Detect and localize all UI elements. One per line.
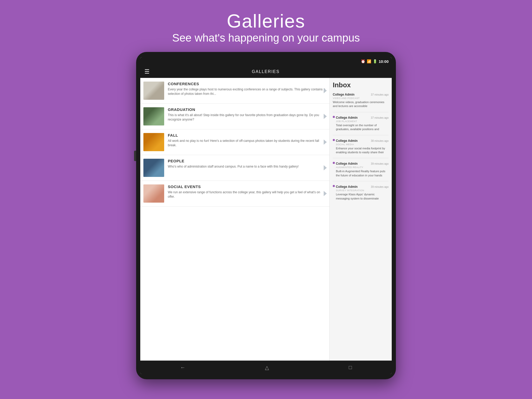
gallery-title-social-events: SOCIAL EVENTS [168, 184, 326, 189]
battery-icon: 🔋 [373, 59, 377, 63]
unread-dot-1 [333, 116, 335, 118]
home-button[interactable]: △ [260, 362, 274, 373]
inbox-item-row-0: College Admin 37 minutes ago VIDEO AND P… [333, 93, 389, 108]
inbox-time-1: 37 minutes ago [371, 116, 389, 119]
inbox-sender-0: College Admin [333, 93, 355, 96]
status-icons: ⏰ 📶 🔋 10:00 [361, 59, 389, 64]
gallery-item-people[interactable]: PEOPLE Who's who of administration staff… [140, 155, 329, 181]
page-title: Galleries [172, 10, 360, 32]
gallery-item-graduation[interactable]: GRADUATION This is what it's all about! … [140, 104, 329, 129]
gallery-arrow-social-events [324, 191, 327, 196]
gallery-title-fall: FALL [168, 133, 326, 137]
status-time: 10:00 [379, 59, 389, 64]
gallery-info-graduation: GRADUATION This is what it's all about! … [168, 107, 326, 122]
gallery-info-fall: FALL All work and no play is no fun! Her… [168, 133, 326, 148]
tablet-device: ⏰ 📶 🔋 10:00 ☰ GALLERIES CONFERENCES Ever… [136, 52, 396, 379]
inbox-sender-2: College Admin [336, 139, 358, 143]
inbox-preview-1: Total oversight on the number of graduat… [336, 123, 389, 131]
gallery-desc-people: Who's who of administration staff around… [168, 164, 326, 169]
inbox-preview-4: Leverage Klass Apps' dynamic messaging s… [336, 192, 389, 201]
inbox-preview-3: Built-in Augmented Reality feature puts … [336, 169, 389, 177]
inbox-category-2: SOCIAL MEDIA [336, 143, 389, 146]
gallery-title-graduation: GRADUATION [168, 107, 326, 112]
inbox-item-content-2: College Admin 38 minutes ago SOCIAL MEDI… [336, 139, 389, 155]
gallery-list: CONFERENCES Every year the college plays… [140, 78, 329, 361]
nav-bar: ← △ □ [140, 361, 392, 374]
unread-dot-4 [333, 185, 335, 187]
inbox-item-4[interactable]: College Admin 39 minutes ago SURVEY INTE… [333, 185, 389, 204]
inbox-item-1[interactable]: College Admin 37 minutes ago JOB PLACEME… [333, 116, 389, 135]
inbox-time-2: 38 minutes ago [371, 139, 389, 142]
inbox-item-2[interactable]: College Admin 38 minutes ago SOCIAL MEDI… [333, 139, 389, 158]
gallery-title-people: PEOPLE [168, 159, 326, 163]
page-subtitle: See what's happening on your campus [172, 32, 360, 44]
inbox-time-0: 37 minutes ago [371, 93, 389, 96]
page-header: Galleries See what's happening on your c… [172, 10, 360, 44]
gallery-info-people: PEOPLE Who's who of administration staff… [168, 159, 326, 169]
gallery-item-fall[interactable]: FALL All work and no play is no fun! Her… [140, 129, 329, 155]
gallery-info-social-events: SOCIAL EVENTS We run an extensive range … [168, 184, 326, 199]
inbox-item-header-2: College Admin 38 minutes ago [336, 139, 389, 143]
inbox-time-4: 39 minutes ago [371, 185, 389, 188]
inbox-title: Inbox [333, 81, 389, 89]
recents-button[interactable]: □ [343, 362, 357, 373]
inbox-item-header-1: College Admin 37 minutes ago [336, 116, 389, 119]
gallery-thumb-social-events [143, 184, 164, 203]
inbox-preview-2: Enhance your social media footprint by e… [336, 147, 389, 155]
unread-dot-3 [333, 162, 335, 164]
app-bar-title: GALLERIES [154, 69, 378, 74]
wifi-icon: 📶 [367, 59, 371, 63]
gallery-thumb-fall [143, 133, 164, 151]
app-bar: ☰ GALLERIES [140, 65, 392, 78]
inbox-item-content-3: College Admin 39 minutes ago AUGMENTED R… [336, 162, 389, 177]
inbox-category-1: JOB PLACEMENT [336, 120, 389, 123]
device-screen: ⏰ 📶 🔋 10:00 ☰ GALLERIES CONFERENCES Ever… [140, 57, 392, 374]
gallery-arrow-fall [324, 139, 327, 145]
tablet-side-button [134, 151, 136, 161]
gallery-desc-graduation: This is what it's all about! Step inside… [168, 113, 326, 122]
gallery-thumb-conferences [143, 82, 164, 100]
gallery-thumb-people [143, 159, 164, 177]
inbox-item-header-3: College Admin 39 minutes ago [336, 162, 389, 165]
main-content: CONFERENCES Every year the college plays… [140, 78, 392, 361]
back-button[interactable]: ← [175, 362, 190, 373]
inbox-category-3: AUGMENTED REALITY [336, 166, 389, 169]
gallery-desc-social-events: We run an extensive range of functions a… [168, 190, 326, 199]
inbox-item-content-0: College Admin 37 minutes ago VIDEO AND P… [333, 93, 389, 108]
inbox-item-0[interactable]: College Admin 37 minutes ago VIDEO AND P… [333, 93, 389, 112]
gallery-title-conferences: CONFERENCES [168, 82, 326, 86]
gallery-arrow-people [324, 165, 327, 170]
inbox-preview-0: Welcome videos, graduation ceremonies an… [333, 100, 389, 108]
inbox-item-row-4: College Admin 39 minutes ago SURVEY INTE… [333, 185, 389, 201]
clock-icon: ⏰ [361, 59, 365, 63]
gallery-thumb-graduation [143, 107, 164, 125]
gallery-arrow-conferences [324, 88, 327, 93]
inbox-category-0: VIDEO AND PODCAST [333, 97, 389, 99]
gallery-desc-conferences: Every year the college plays host to num… [168, 87, 326, 96]
status-bar: ⏰ 📶 🔋 10:00 [140, 57, 392, 65]
inbox-time-3: 39 minutes ago [371, 162, 389, 165]
inbox-sender-3: College Admin [336, 162, 358, 165]
inbox-item-3[interactable]: College Admin 39 minutes ago AUGMENTED R… [333, 162, 389, 181]
unread-dot-2 [333, 139, 335, 141]
gallery-arrow-graduation [324, 114, 327, 119]
gallery-item-conferences[interactable]: CONFERENCES Every year the college plays… [140, 78, 329, 104]
gallery-item-social-events[interactable]: SOCIAL EVENTS We run an extensive range … [140, 181, 329, 207]
inbox-item-content-1: College Admin 37 minutes ago JOB PLACEME… [336, 116, 389, 131]
inbox-item-content-4: College Admin 39 minutes ago SURVEY INTE… [336, 185, 389, 201]
inbox-sender-4: College Admin [336, 185, 358, 189]
inbox-item-row-2: College Admin 38 minutes ago SOCIAL MEDI… [333, 139, 389, 155]
inbox-item-header-4: College Admin 39 minutes ago [336, 185, 389, 189]
inbox-item-row-1: College Admin 37 minutes ago JOB PLACEME… [333, 116, 389, 131]
menu-icon[interactable]: ☰ [144, 68, 150, 75]
inbox-item-header-0: College Admin 37 minutes ago [333, 93, 389, 96]
gallery-info-conferences: CONFERENCES Every year the college plays… [168, 82, 326, 96]
inbox-items-container: College Admin 37 minutes ago VIDEO AND P… [333, 93, 389, 204]
inbox-panel: Inbox College Admin 37 minutes ago VIDEO… [329, 78, 392, 361]
inbox-item-row-3: College Admin 39 minutes ago AUGMENTED R… [333, 162, 389, 177]
gallery-desc-fall: All work and no play is no fun! Here's a… [168, 139, 326, 148]
inbox-category-4: SURVEY INTEGRATION [336, 189, 389, 192]
inbox-sender-1: College Admin [336, 116, 358, 119]
